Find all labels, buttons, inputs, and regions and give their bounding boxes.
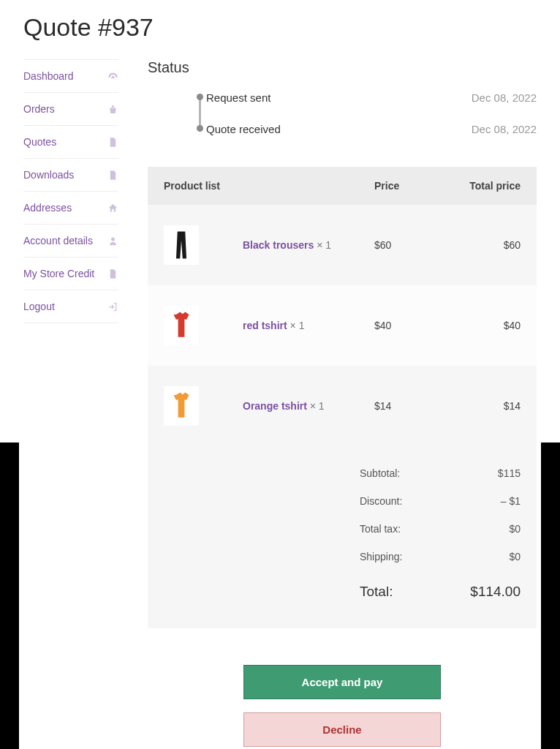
sidebar-item-logout[interactable]: Logout — [23, 290, 118, 323]
totals-grand-value: $114.00 — [455, 584, 521, 600]
product-qty: × 1 — [317, 239, 331, 251]
home-icon — [107, 202, 118, 214]
totals-grand-label: Total: — [360, 584, 455, 600]
product-row: Black trousers × 1$60$60 — [148, 205, 537, 285]
totals-grand-row: Total:$114.00 — [164, 571, 521, 608]
sidebar-link[interactable]: Addresses — [23, 202, 72, 214]
sidebar-item-downloads[interactable]: Downloads — [23, 158, 118, 191]
timeline-event: Quote receivedDec 08, 2022 — [206, 121, 537, 138]
accept-and-pay-button[interactable]: Accept and pay — [243, 665, 441, 699]
header-total-price: Total price — [440, 180, 521, 192]
totals-label: Subtotal: — [360, 467, 455, 479]
user-icon — [107, 235, 118, 246]
product-list-card: Product list Price Total price Black tro… — [148, 167, 537, 628]
product-price: $14 — [374, 400, 440, 412]
totals-value: – $1 — [455, 495, 521, 507]
sidebar-link[interactable]: Downloads — [23, 169, 74, 181]
product-name-cell: red tshirt × 1 — [243, 320, 374, 331]
product-thumbnail — [164, 306, 199, 345]
product-name-cell: Black trousers × 1 — [243, 239, 374, 251]
product-table-header: Product list Price Total price — [148, 167, 537, 205]
timeline-event-label: Quote received — [206, 123, 281, 135]
product-link[interactable]: red tshirt — [243, 320, 287, 331]
totals-row: Discount:– $1 — [164, 487, 521, 515]
totals-row: Total tax:$0 — [164, 515, 521, 543]
product-row: Orange tshirt × 1$14$14 — [148, 366, 537, 446]
file-icon — [107, 136, 118, 148]
sidebar-link[interactable]: Orders — [23, 103, 55, 115]
sidebar-link[interactable]: Logout — [23, 301, 55, 312]
sidebar-item-dashboard[interactable]: Dashboard — [23, 59, 118, 92]
totals-block: Subtotal:$115Discount:– $1Total tax:$0Sh… — [148, 446, 537, 628]
product-qty: × 1 — [290, 320, 305, 331]
file-icon — [107, 169, 118, 181]
product-price: $40 — [374, 320, 440, 331]
sidebar-link[interactable]: Quotes — [23, 136, 56, 148]
product-price: $60 — [374, 239, 440, 251]
totals-label: Discount: — [360, 495, 455, 507]
totals-row: Subtotal:$115 — [164, 459, 521, 487]
product-row: red tshirt × 1$40$40 — [148, 285, 537, 366]
product-total-price: $40 — [440, 320, 521, 331]
sidebar-item-account-details[interactable]: Account details — [23, 224, 118, 257]
sidebar-link[interactable]: My Store Credit — [23, 268, 94, 279]
gauge-icon — [107, 70, 118, 82]
status-timeline: Request sentDec 08, 2022Quote receivedDe… — [148, 89, 537, 138]
timeline-event-date: Dec 08, 2022 — [472, 91, 537, 104]
product-total-price: $14 — [440, 400, 521, 412]
product-thumbnail — [164, 386, 199, 426]
product-link[interactable]: Orange tshirt — [243, 400, 307, 412]
status-heading: Status — [148, 59, 537, 76]
sidebar-item-quotes[interactable]: Quotes — [23, 125, 118, 158]
sidebar-item-addresses[interactable]: Addresses — [23, 191, 118, 224]
header-price: Price — [374, 180, 440, 192]
timeline-dot-icon — [197, 94, 203, 100]
header-product: Product list — [164, 180, 374, 192]
product-thumbnail — [164, 225, 199, 265]
decline-button[interactable]: Decline — [243, 712, 441, 747]
sidebar-link[interactable]: Account details — [23, 235, 93, 246]
product-total-price: $60 — [440, 239, 521, 251]
timeline-dot-icon — [197, 125, 203, 132]
totals-label: Total tax: — [360, 523, 455, 535]
totals-value: $0 — [455, 523, 521, 535]
logout-icon — [107, 301, 118, 312]
totals-label: Shipping: — [360, 551, 455, 562]
timeline-event: Request sentDec 08, 2022 — [206, 89, 537, 106]
decorative-bar-left — [0, 443, 19, 749]
account-sidebar: DashboardOrdersQuotesDownloadsAddressesA… — [23, 59, 118, 747]
product-link[interactable]: Black trousers — [243, 239, 314, 251]
basket-icon — [107, 103, 118, 115]
totals-row: Shipping:$0 — [164, 543, 521, 571]
sidebar-item-my-store-credit[interactable]: My Store Credit — [23, 257, 118, 290]
product-qty: × 1 — [310, 400, 325, 412]
decorative-bar-right — [541, 443, 560, 749]
totals-value: $0 — [455, 551, 521, 562]
product-name-cell: Orange tshirt × 1 — [243, 400, 374, 412]
sidebar-item-orders[interactable]: Orders — [23, 92, 118, 125]
sidebar-link[interactable]: Dashboard — [23, 70, 74, 82]
timeline-event-date: Dec 08, 2022 — [472, 123, 537, 135]
file-icon — [107, 268, 118, 279]
page-title: Quote #937 — [23, 13, 537, 42]
timeline-event-label: Request sent — [206, 91, 270, 104]
totals-value: $115 — [455, 467, 521, 479]
